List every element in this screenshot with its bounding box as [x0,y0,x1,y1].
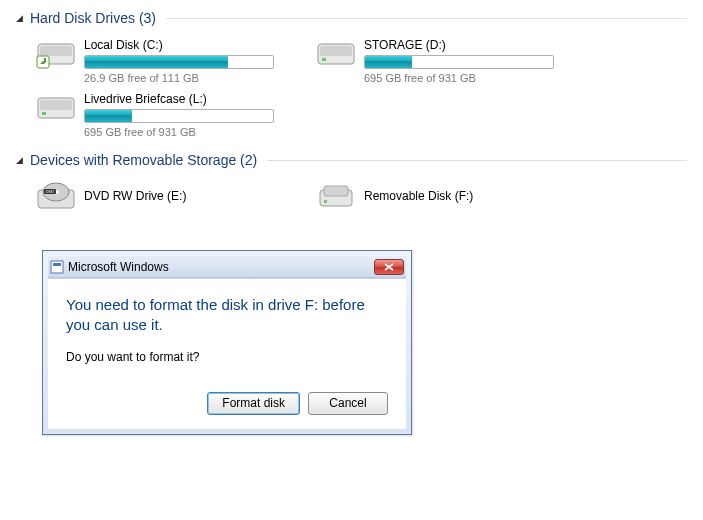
drive-item[interactable]: STORAGE (D:) 695 GB free of 931 GB [316,34,566,88]
drive-item[interactable]: DVD DVD RW Drive (E:) [36,176,286,216]
divider [166,18,687,19]
section-hdd-header[interactable]: ◢ Hard Disk Drives (3) [16,10,687,26]
capacity-bar [84,55,274,69]
svg-text:DVD: DVD [46,189,55,194]
section-title: Hard Disk Drives (3) [30,10,156,26]
dvd-drive-icon: DVD [36,180,76,212]
svg-rect-5 [320,46,352,56]
hard-disk-icon [36,92,76,124]
drive-status: 695 GB free of 931 GB [84,126,286,138]
collapse-arrow-icon: ◢ [16,155,26,165]
svg-rect-9 [42,112,46,115]
drive-label: STORAGE (D:) [364,38,566,52]
capacity-bar [84,109,274,123]
svg-rect-8 [40,100,72,110]
svg-rect-16 [324,186,348,196]
divider [267,160,687,161]
hard-disk-icon [36,38,76,70]
collapse-arrow-icon: ◢ [16,13,26,23]
svg-rect-17 [324,200,327,203]
hard-disk-icon [316,38,356,70]
drive-label: DVD RW Drive (E:) [84,180,286,212]
hdd-drives-list: Local Disk (C:) 26.9 GB free of 111 GB S… [36,34,687,142]
drive-item[interactable]: Livedrive Briefcase (L:) 695 GB free of … [36,88,286,142]
drive-label: Livedrive Briefcase (L:) [84,92,286,106]
svg-rect-1 [40,46,72,56]
drive-status: 695 GB free of 931 GB [364,72,566,84]
removable-disk-icon [316,180,356,212]
drive-item[interactable]: Removable Disk (F:) [316,176,566,216]
drive-label: Removable Disk (F:) [364,180,566,212]
drive-item[interactable]: Local Disk (C:) 26.9 GB free of 111 GB [36,34,286,88]
section-removable-header[interactable]: ◢ Devices with Removable Storage (2) [16,152,687,168]
removable-drives-list: DVD DVD RW Drive (E:) Removable Disk (F:… [36,176,687,216]
svg-rect-6 [322,58,326,61]
capacity-bar [364,55,554,69]
section-title: Devices with Removable Storage (2) [30,152,257,168]
drive-status: 26.9 GB free of 111 GB [84,72,286,84]
drive-label: Local Disk (C:) [84,38,286,52]
